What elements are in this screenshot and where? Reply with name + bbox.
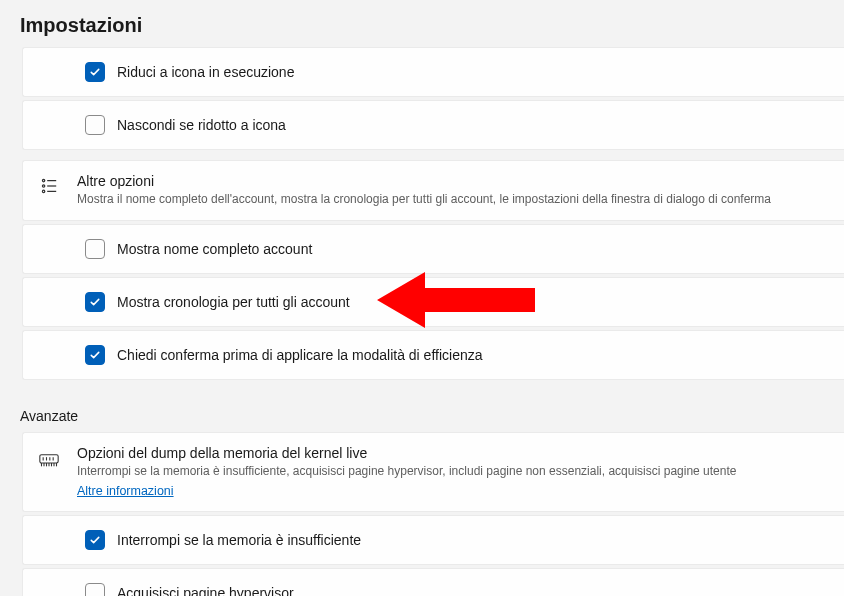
svg-point-2 [42,185,44,187]
row-label: Acquisisci pagine hypervisor [117,585,294,596]
svg-point-4 [42,190,44,192]
page-title: Impostazioni [0,0,844,47]
row-label: Mostra cronologia per tutti gli account [117,294,350,310]
kernel-dump-title: Opzioni del dump della memoria del kerne… [77,445,736,461]
other-options-title: Altre opzioni [77,173,771,189]
kernel-dump-header[interactable]: Opzioni del dump della memoria del kerne… [22,432,844,512]
check-icon [89,66,101,78]
other-options-subtitle: Mostra il nome completo dell'account, mo… [77,191,771,208]
row-show-history-all[interactable]: Mostra cronologia per tutti gli account [22,277,844,327]
row-label: Mostra nome completo account [117,241,312,257]
checkbox-confirm-efficiency[interactable] [85,345,105,365]
checkbox-minimize-running[interactable] [85,62,105,82]
row-label: Interrompi se la memoria è insufficiente [117,532,361,548]
row-minimize-running[interactable]: Riduci a icona in esecuzione [22,47,844,97]
check-icon [89,534,101,546]
checkbox-show-full-account[interactable] [85,239,105,259]
row-label: Riduci a icona in esecuzione [117,64,294,80]
row-label: Chiedi conferma prima di applicare la mo… [117,347,482,363]
advanced-section-label: Avanzate [0,398,844,432]
row-confirm-efficiency[interactable]: Chiedi conferma prima di applicare la mo… [22,330,844,380]
list-settings-icon [39,173,59,195]
checkbox-hide-minimized[interactable] [85,115,105,135]
row-abort-low-memory[interactable]: Interrompi se la memoria è insufficiente [22,515,844,565]
row-capture-hypervisor[interactable]: Acquisisci pagine hypervisor [22,568,844,596]
kernel-dump-more-info-link[interactable]: Altre informazioni [77,484,174,498]
svg-rect-7 [40,454,58,462]
highlight-arrow-icon [377,270,537,334]
checkbox-capture-hypervisor[interactable] [85,583,105,596]
check-icon [89,296,101,308]
checkbox-abort-low-memory[interactable] [85,530,105,550]
memory-icon [39,445,59,468]
svg-marker-6 [377,272,535,328]
svg-point-0 [42,179,44,181]
row-show-full-account[interactable]: Mostra nome completo account [22,224,844,274]
other-options-header[interactable]: Altre opzioni Mostra il nome completo de… [22,160,844,221]
check-icon [89,349,101,361]
checkbox-show-history-all[interactable] [85,292,105,312]
kernel-dump-subtitle: Interrompi se la memoria è insufficiente… [77,463,736,480]
row-hide-minimized[interactable]: Nascondi se ridotto a icona [22,100,844,150]
row-label: Nascondi se ridotto a icona [117,117,286,133]
